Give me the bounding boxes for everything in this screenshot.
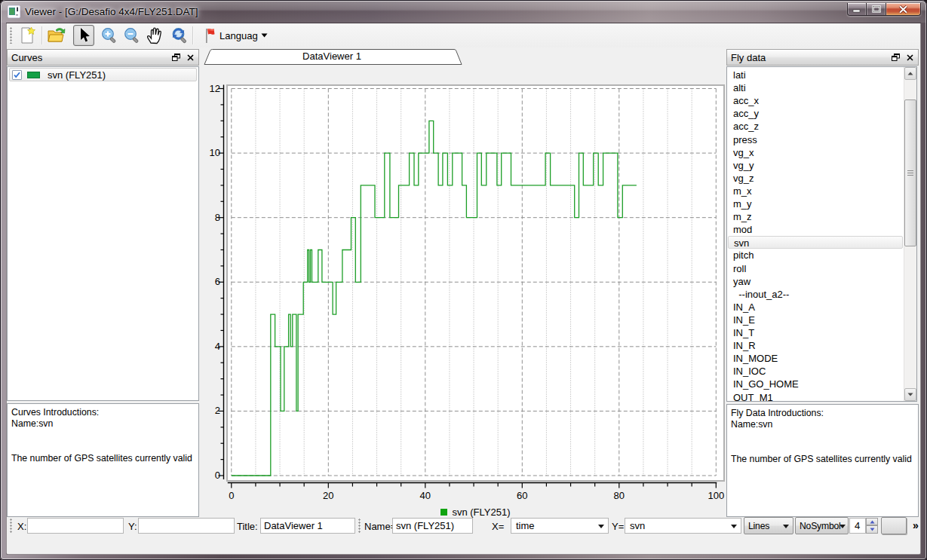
title-bar[interactable]: Viewer - [G:/Desafio 4x4/FLY251.DAT] [0, 0, 927, 23]
language-button[interactable]: Languag [201, 25, 271, 46]
curves-close-icon [187, 54, 194, 61]
flydata-item-m_y[interactable]: m_y [728, 197, 903, 210]
bottombar-grip[interactable] [10, 519, 13, 534]
plot-axes [201, 72, 729, 510]
flydata-item-press[interactable]: press [728, 133, 903, 146]
new-file-button[interactable] [17, 25, 38, 46]
scroll-up-button[interactable] [904, 67, 916, 80]
flydata-item-in_e[interactable]: IN_E [728, 314, 903, 326]
flydata-close-button[interactable] [904, 51, 916, 63]
x-coordinate-input[interactable] [27, 518, 124, 534]
yaxis-combo-label: Y= [612, 520, 624, 533]
xaxis-combo[interactable]: time [511, 518, 609, 534]
minimize-icon [852, 6, 861, 13]
flydata-item-mod[interactable]: mod [728, 223, 903, 236]
curve-list-item[interactable]: svn (FLY251) [9, 68, 197, 81]
pointer-button[interactable] [73, 25, 94, 46]
zoom-in-button[interactable] [99, 25, 120, 46]
toolbar-grip[interactable] [10, 27, 13, 44]
maximize-button[interactable] [867, 3, 886, 16]
flydata-item-vg_x[interactable]: vg_x [728, 146, 903, 159]
app-icon [8, 5, 20, 18]
flydata-intro-desc: The number of GPS satellites currently v… [731, 454, 914, 465]
curves-close-button[interactable] [184, 51, 196, 63]
curves-dock-titlebar[interactable]: Curves [7, 49, 199, 66]
flydata-item-in_r[interactable]: IN_R [728, 339, 903, 352]
scroll-thumb[interactable] [904, 99, 916, 246]
zoom-reset-button[interactable] [169, 25, 190, 46]
spin-up-button[interactable] [866, 518, 878, 525]
flydata-item-yaw[interactable]: yaw [728, 275, 903, 288]
tab-dataviewer[interactable]: DataViewer 1 [201, 50, 463, 62]
zoom-reset-icon [170, 26, 189, 44]
scroll-down-button[interactable] [904, 388, 916, 401]
name-input[interactable] [392, 518, 473, 534]
pan-hand-icon [145, 26, 164, 45]
curves-intro-panel[interactable]: Curves Introductions: Name:svn The numbe… [7, 403, 199, 517]
flydata-item-vg_y[interactable]: vg_y [728, 159, 903, 172]
curve-checkbox[interactable] [12, 70, 22, 80]
app-window: Viewer - [G:/Desafio 4x4/FLY251.DAT] [0, 0, 927, 560]
line-style-value: Lines [748, 521, 769, 531]
curves-float-button[interactable] [170, 51, 182, 63]
y-coordinate-input[interactable] [138, 518, 235, 534]
blank-button[interactable] [881, 517, 907, 534]
flydata-item-pitch[interactable]: pitch [728, 249, 903, 262]
flydata-item-acc_x[interactable]: acc_x [728, 94, 903, 107]
x-tick-label-40: 40 [410, 490, 440, 502]
language-label: Languag [219, 30, 258, 41]
bottom-toolbar: X: Y: Title: Name= X= time Y= svn Lines … [7, 517, 920, 536]
curves-list[interactable]: svn (FLY251) [7, 66, 199, 401]
flydata-intro-panel[interactable]: Fly Data Introductions: Name:svn The num… [726, 404, 919, 517]
flydata-item-acc_y[interactable]: acc_y [728, 107, 903, 120]
flydata-dock-titlebar[interactable]: Fly data [726, 49, 919, 66]
flydata-item-roll[interactable]: roll [728, 262, 903, 275]
tab-bar: DataViewer 1 [201, 47, 726, 65]
spin-buttons [866, 518, 878, 534]
flydata-item-lati[interactable]: lati [728, 69, 903, 81]
line-style-combo[interactable]: Lines [744, 517, 793, 534]
toolbar-overflow-button[interactable]: » [913, 519, 919, 531]
flydata-scrollbar[interactable] [904, 67, 916, 401]
zoom-out-icon [123, 26, 141, 44]
language-flag-icon [204, 26, 216, 44]
flydata-item-acc_z[interactable]: acc_z [728, 120, 903, 133]
flydata-float-button[interactable] [889, 51, 901, 63]
line-width-spinbox[interactable]: 4 [849, 518, 866, 534]
yaxis-combo[interactable]: svn [625, 518, 741, 534]
flydata-item-vg_z[interactable]: vg_z [728, 172, 903, 185]
curves-dock-title: Curves [8, 52, 170, 63]
flydata-item-m_z[interactable]: m_z [728, 210, 903, 223]
zoom-in-icon [100, 26, 118, 44]
flydata-item-in_t[interactable]: IN_T [728, 326, 903, 339]
flydata-item-in_go_home[interactable]: IN_GO_HOME [728, 378, 903, 390]
flydata-item-svn[interactable]: svn [728, 236, 903, 249]
open-file-icon [47, 26, 66, 44]
x-tick-label-0: 0 [216, 490, 247, 502]
open-file-button[interactable] [46, 25, 67, 46]
bottombar-grip-2[interactable] [358, 519, 361, 534]
spin-down-button[interactable] [866, 525, 878, 534]
flydata-item-in_mode[interactable]: IN_MODE [728, 352, 903, 365]
pointer-icon [78, 27, 91, 44]
flydata-item-out_m1[interactable]: OUT_M1 [728, 391, 903, 402]
close-button[interactable] [886, 3, 921, 16]
pan-button[interactable] [144, 25, 165, 46]
flydata-item-alti[interactable]: alti [728, 81, 903, 94]
symbol-combo[interactable]: NoSymbol [795, 517, 849, 534]
flydata-intro-name: Name:svn [731, 419, 914, 430]
zoom-out-button[interactable] [121, 25, 143, 46]
flydata-item---inout_a2--[interactable]: --inout_a2-- [728, 288, 903, 301]
flydata-list[interactable]: latialtiacc_xacc_yacc_zpressvg_xvg_yvg_z… [726, 66, 917, 402]
flydata-item-m_x[interactable]: m_x [728, 185, 903, 197]
flydata-item-in_ioc[interactable]: IN_IOC [728, 365, 903, 378]
toolbar-separator-2 [192, 26, 193, 44]
y-tick-label-4: 4 [201, 341, 220, 353]
minimize-button[interactable] [847, 3, 867, 16]
spin-down-icon [870, 528, 875, 531]
line-style-arrow-icon [783, 525, 789, 528]
maximize-icon [872, 5, 881, 13]
title-input[interactable] [260, 518, 355, 534]
y-tick-label-2: 2 [201, 405, 220, 417]
flydata-item-in_a[interactable]: IN_A [728, 301, 903, 314]
